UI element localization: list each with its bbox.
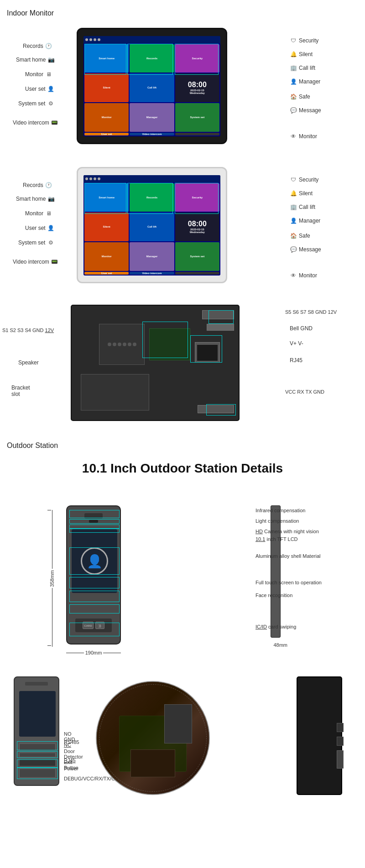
silent-icon: 🔔 [290, 51, 297, 58]
outdoor-section-title: Outdoor Station [0, 437, 365, 452]
tile-calllift: Call lift [130, 73, 174, 102]
outdoor-back-profile [297, 676, 342, 795]
pcb-zoom-circle [96, 681, 210, 795]
outdoor-side-profile [271, 505, 281, 638]
dim-depth-label: 48mm [273, 642, 287, 648]
manager-icon: 👤 [290, 78, 297, 85]
security-icon: 🛡 [290, 37, 297, 44]
screen-box-left [84, 44, 126, 75]
outdoor-back-device-small [14, 676, 59, 786]
safe-icon: 🏠 [290, 93, 297, 100]
tile-userset-b: User set [84, 133, 129, 135]
back-panel-section: S1 S2 S3 S4 GND 12V Speaker Bracket slot… [0, 298, 365, 432]
label-userset: User set 👤 [25, 85, 55, 93]
screen-box-center [127, 44, 173, 75]
tile-silent: Silent [84, 73, 129, 102]
smarthome-icon-w: 📷 [47, 195, 55, 203]
dim-height: 358mm [49, 510, 55, 647]
videointercom-icon-w: 📟 [51, 258, 58, 265]
monitor-outer-black: Smart home Records Security Silent [77, 28, 227, 144]
tile-time: 08:00 2023-02-15 Wednesday [175, 73, 219, 102]
userset-icon: 👤 [47, 85, 55, 93]
indoor-section-title: Indoor Monitor [0, 5, 365, 20]
systemset-icon-w: ⚙ [47, 239, 54, 246]
smarthome-icon: 📷 [47, 56, 55, 63]
label-safe-r: 🏠 Safe [290, 93, 310, 100]
label-videointercom: Video intercom 📟 [13, 119, 58, 126]
screen-topbar [83, 36, 220, 43]
label-manager-r: 👤 Manager [290, 78, 320, 85]
videointercom-icon: 📟 [51, 119, 58, 126]
monitor-outer-white: Smart home Records Security Silent Call … [77, 167, 227, 283]
monitor-icon-l: 🖥 [45, 71, 52, 78]
label-silent-r: 🔔 Silent [290, 51, 313, 58]
screen-box-right [175, 44, 219, 75]
systemset-icon: ⚙ [47, 100, 54, 107]
label-security-r: 🛡 Security [290, 37, 318, 44]
label-videointercom-w: Video intercom 📟 [13, 258, 58, 265]
label-smarthome: Smart home 📷 [16, 56, 55, 63]
userset-icon-w: 👤 [47, 224, 55, 232]
monitor-screen-black: Smart home Records Security Silent [83, 36, 220, 136]
monitor-device-white: Smart home Records Security Silent Call … [77, 167, 227, 283]
page-wrapper: Indoor Monitor Records 🕐 Smart home 📷 Mo… [0, 0, 365, 822]
tile-monitor-b: Monitor [84, 103, 129, 132]
label-records-w: Records 🕐 [23, 182, 52, 189]
records-icon: 🕐 [45, 42, 52, 50]
label-calllift-r: 🏢 Call lift [290, 64, 315, 72]
outdoor-back-diagram: NO GND NC RS485 Door Detector Exit Butto… [0, 667, 365, 818]
tile-empty [175, 133, 219, 135]
tile-manager: Manager [130, 103, 174, 132]
calllift-icon: 🏢 [290, 64, 297, 72]
label-systemset: System set ⚙ [18, 100, 54, 107]
message-icon: 💬 [290, 107, 297, 114]
monitor-diagram-white: Records 🕐 Smart home 📷 Monitor 🖥 User se… [0, 159, 365, 293]
label-systemset-w: System set ⚙ [18, 239, 54, 246]
dim-width: 190mm [66, 650, 121, 655]
label-records: Records 🕐 [23, 42, 52, 50]
label-monitor-r: 👁 Monitor [290, 133, 317, 140]
tile-videoint-b: Video intercom [130, 133, 174, 135]
tile-systemset-b: System set [175, 103, 219, 132]
monitor-device-black: Smart home Records Security Silent [77, 28, 227, 144]
monitor-icon-lw: 🖥 [45, 210, 52, 217]
monitor-screen-white: Smart home Records Security Silent Call … [83, 175, 220, 275]
indoor-section: Indoor Monitor Records 🕐 Smart home 📷 Mo… [0, 5, 365, 432]
monitor-diagram-black: Records 🕐 Smart home 📷 Monitor 🖥 User se… [0, 20, 365, 152]
screen-topbar-w [83, 175, 220, 182]
outdoor-front-diagram: 358mm 👤 CARD )) [0, 485, 365, 663]
label-monitor-lw: Monitor 🖥 [25, 210, 52, 217]
label-monitor-l: Monitor 🖥 [25, 71, 52, 78]
label-userset-w: User set 👤 [25, 224, 55, 232]
outdoor-section: Outdoor Station 10.1 Inch Outdoor Statio… [0, 437, 365, 818]
monitor-icon-r: 👁 [290, 133, 297, 140]
label-message-r: 💬 Message [290, 107, 321, 114]
label-smarthome-w: Smart home 📷 [16, 195, 55, 203]
back-panel-device [71, 305, 240, 421]
outdoor-device-front: 👤 CARD )) [66, 505, 121, 645]
outdoor-main-title: 10.1 Inch Outdoor Station Details [0, 452, 365, 485]
records-icon-w: 🕐 [45, 182, 52, 189]
